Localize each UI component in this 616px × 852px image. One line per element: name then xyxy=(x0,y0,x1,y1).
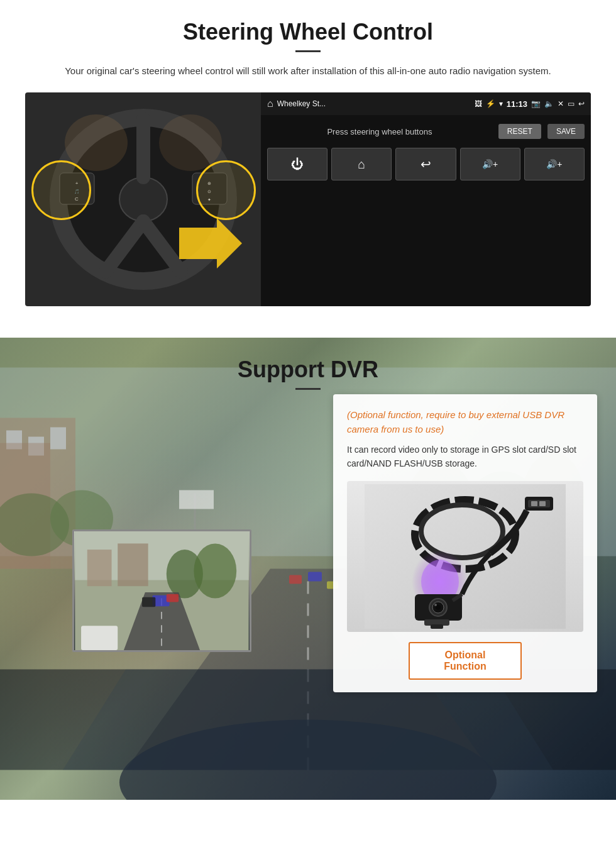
arrow-graphic xyxy=(179,218,242,268)
dvr-info-card: (Optional function, require to buy exter… xyxy=(333,394,597,692)
back-ctrl-icon: ↩ xyxy=(421,157,431,172)
ui-time: 11:13 xyxy=(507,99,527,109)
home-ctrl-icon: ⌂ xyxy=(358,157,365,172)
reset-button[interactable]: RESET xyxy=(498,124,541,139)
dashcam-preview-inner xyxy=(74,531,250,650)
svg-rect-27 xyxy=(289,575,302,584)
vol-up2-control-btn[interactable]: 🔊+ xyxy=(524,148,585,180)
home-icon: ⌂ xyxy=(267,98,273,109)
svg-point-65 xyxy=(434,604,437,606)
svg-rect-50 xyxy=(167,594,179,602)
steering-image-container: + 🎵 C ⊕ ⊙ ✦ ⌂ xyxy=(25,92,591,306)
image-icon: 🖼 xyxy=(475,99,482,108)
left-highlight-circle xyxy=(31,160,91,220)
dvr-camera-image xyxy=(347,481,583,632)
steering-title: Steering Wheel Control xyxy=(25,19,591,45)
vol-up-icon: 🔊+ xyxy=(482,159,498,169)
home-control-btn[interactable]: ⌂ xyxy=(331,148,392,180)
steering-section: Steering Wheel Control Your original car… xyxy=(0,0,616,319)
vol-up-control-btn[interactable]: 🔊+ xyxy=(460,148,520,180)
ui-app-title: Wheelkey St... xyxy=(277,99,471,108)
ui-controls-row: ⏻ ⌂ ↩ 🔊+ 🔊+ xyxy=(267,148,585,180)
ui-prompt-text: Press steering wheel buttons xyxy=(267,127,492,136)
optional-function-button[interactable]: Optional Function xyxy=(409,642,522,680)
volume-icon: 🔈 xyxy=(544,99,554,108)
svg-rect-57 xyxy=(531,501,537,506)
ui-prompt-row: Press steering wheel buttons RESET SAVE xyxy=(267,124,585,139)
dvr-optional-text: (Optional function, require to buy exter… xyxy=(347,408,583,436)
x-icon: ✕ xyxy=(558,99,564,108)
svg-point-15 xyxy=(159,114,222,171)
svg-rect-28 xyxy=(308,572,322,582)
dvr-dashcam-thumbnail xyxy=(72,529,251,652)
vol-up2-icon: 🔊+ xyxy=(546,159,562,169)
svg-rect-42 xyxy=(87,550,112,586)
dvr-title: Support DVR xyxy=(0,357,616,383)
svg-rect-21 xyxy=(50,428,66,450)
back-icon: ↩ xyxy=(578,99,585,108)
wifi-icon: ▾ xyxy=(499,99,503,108)
save-button[interactable]: SAVE xyxy=(547,124,585,139)
svg-rect-49 xyxy=(142,597,155,607)
section-gap xyxy=(0,319,616,338)
steering-ui-screen: ⌂ Wheelkey St... 🖼 ⚡ ▾ 11:13 📷 🔈 ✕ ▭ ↩ P… xyxy=(261,92,591,306)
steering-photo: + 🎵 C ⊕ ⊙ ✦ xyxy=(25,92,261,306)
dvr-description: It can record video only to storage in G… xyxy=(347,443,583,471)
dvr-title-area: Support DVR xyxy=(0,338,616,397)
ui-main-content: Press steering wheel buttons RESET SAVE … xyxy=(261,115,591,306)
svg-rect-67 xyxy=(431,624,443,629)
camera-icon: 📷 xyxy=(531,99,541,108)
power-icon: ⏻ xyxy=(291,157,304,172)
screen-icon: ▭ xyxy=(568,99,575,108)
svg-rect-36 xyxy=(179,490,214,509)
usb-icon: ⚡ xyxy=(486,99,495,108)
dvr-section: Support DVR xyxy=(0,338,616,800)
steering-description: Your original car's steering wheel contr… xyxy=(63,64,553,79)
dvr-camera-svg xyxy=(365,484,566,629)
svg-marker-16 xyxy=(179,218,242,268)
svg-rect-43 xyxy=(118,543,148,586)
power-control-btn[interactable]: ⏻ xyxy=(267,148,327,180)
right-highlight-circle xyxy=(196,160,256,220)
title-divider xyxy=(295,50,321,52)
ui-statusbar: ⌂ Wheelkey St... 🖼 ⚡ ▾ 11:13 📷 🔈 ✕ ▭ ↩ xyxy=(261,92,591,115)
dvr-title-divider xyxy=(295,388,321,390)
svg-rect-58 xyxy=(539,501,546,506)
dashcam-preview-svg xyxy=(74,531,250,650)
svg-point-45 xyxy=(194,543,236,598)
back-control-btn[interactable]: ↩ xyxy=(395,148,456,180)
camera-svg-wrap xyxy=(347,481,583,632)
svg-rect-51 xyxy=(81,626,118,650)
